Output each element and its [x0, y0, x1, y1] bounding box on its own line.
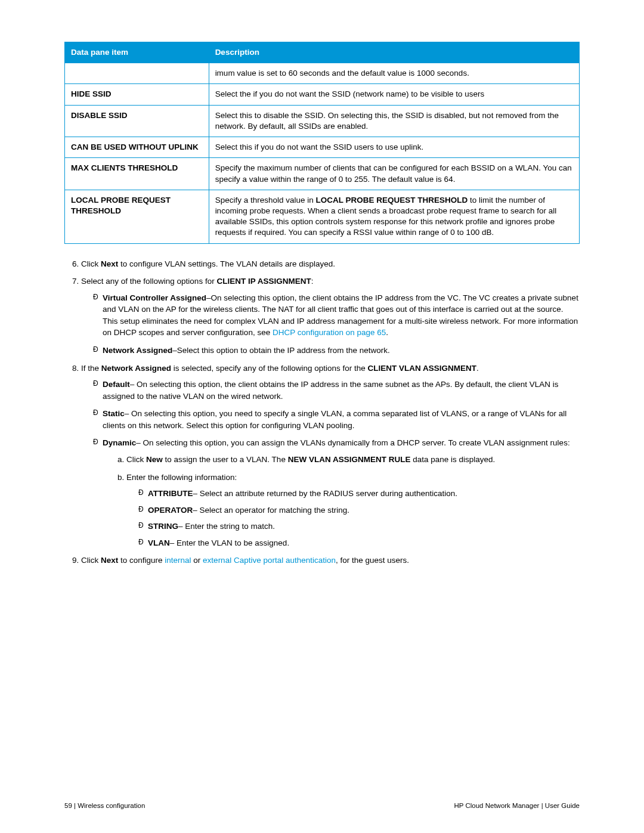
page-footer: 59 | Wireless configuration HP Cloud Net…	[64, 802, 580, 809]
list-item: STRING– Enter the string to match.	[138, 521, 580, 532]
list-item: Dynamic– On selecting this option, you c…	[93, 437, 580, 549]
list-item: Network Assigned–Select this option to o…	[93, 345, 580, 357]
table-row: CAN BE USED WITHOUT UPLINK Select this i…	[65, 137, 580, 158]
row-desc: Select this if you do not want the SSID …	[209, 137, 579, 158]
row-label: MAX CLIENTS THRESHOLD	[65, 158, 209, 190]
document-page: Data pane item Description imum value is…	[0, 0, 644, 833]
step-9: Click Next to configure internal or exte…	[81, 555, 580, 566]
step-7: Select any of the following options for …	[81, 275, 580, 356]
step-8-sublist: Default– On selecting this option, the c…	[81, 379, 580, 549]
step-6: Click Next to configure VLAN settings. T…	[81, 258, 580, 270]
row-label: DISABLE SSID	[65, 105, 209, 137]
link-external-captive[interactable]: external Captive portal authentication	[203, 556, 336, 565]
col-header-data-pane-item: Data pane item	[65, 42, 209, 63]
list-item: VLAN– Enter the VLAN to be assigned.	[138, 537, 580, 549]
instruction-list: Click Next to configure VLAN settings. T…	[64, 258, 580, 566]
row-label: LOCAL PROBE REQUEST THRESHOLD	[65, 190, 209, 243]
list-item: OPERATOR– Select an operator for matchin…	[138, 504, 580, 516]
list-item: ATTRIBUTE– Select an attribute returned …	[138, 488, 580, 500]
list-item: Static– On selecting this option, you ne…	[93, 408, 580, 431]
row-desc: Select this to disable the SSID. On sele…	[209, 105, 579, 137]
footer-right: HP Cloud Network Manager | User Guide	[454, 802, 580, 809]
row-label: CAN BE USED WITHOUT UPLINK	[65, 137, 209, 158]
table-row: HIDE SSID Select the if you do not want …	[65, 84, 580, 105]
list-item: Enter the following information: ATTRIBU…	[126, 472, 580, 549]
row-desc: Select the if you do not want the SSID (…	[209, 84, 579, 105]
link-dhcp-config[interactable]: DHCP configuration on page 65	[273, 328, 386, 337]
list-item: Default– On selecting this option, the c…	[93, 379, 580, 402]
field-list: ATTRIBUTE– Select an attribute returned …	[126, 488, 580, 549]
row-label	[65, 63, 209, 84]
step-8: If the Network Assigned is selected, spe…	[81, 363, 580, 549]
list-item: Virtual Controller Assigned–On selecting…	[93, 292, 580, 339]
step-8-dynamic-sublist: Click New to assign the user to a VLAN. …	[103, 454, 580, 549]
row-desc: Specify the maximum number of clients th…	[209, 158, 579, 190]
link-internal[interactable]: internal	[165, 556, 191, 565]
footer-left: 59 | Wireless configuration	[64, 802, 145, 809]
row-desc: imum value is set to 60 seconds and the …	[209, 63, 579, 84]
list-item: Click New to assign the user to a VLAN. …	[126, 454, 580, 466]
col-header-description: Description	[209, 42, 579, 63]
table-row: DISABLE SSID Select this to disable the …	[65, 105, 580, 137]
row-label: HIDE SSID	[65, 84, 209, 105]
table-row: LOCAL PROBE REQUEST THRESHOLD Specify a …	[65, 190, 580, 243]
step-7-sublist: Virtual Controller Assigned–On selecting…	[81, 292, 580, 357]
row-desc: Specify a threshold value in LOCAL PROBE…	[209, 190, 579, 243]
table-row: imum value is set to 60 seconds and the …	[65, 63, 580, 84]
table-row: MAX CLIENTS THRESHOLD Specify the maximu…	[65, 158, 580, 190]
data-pane-table: Data pane item Description imum value is…	[64, 42, 580, 244]
